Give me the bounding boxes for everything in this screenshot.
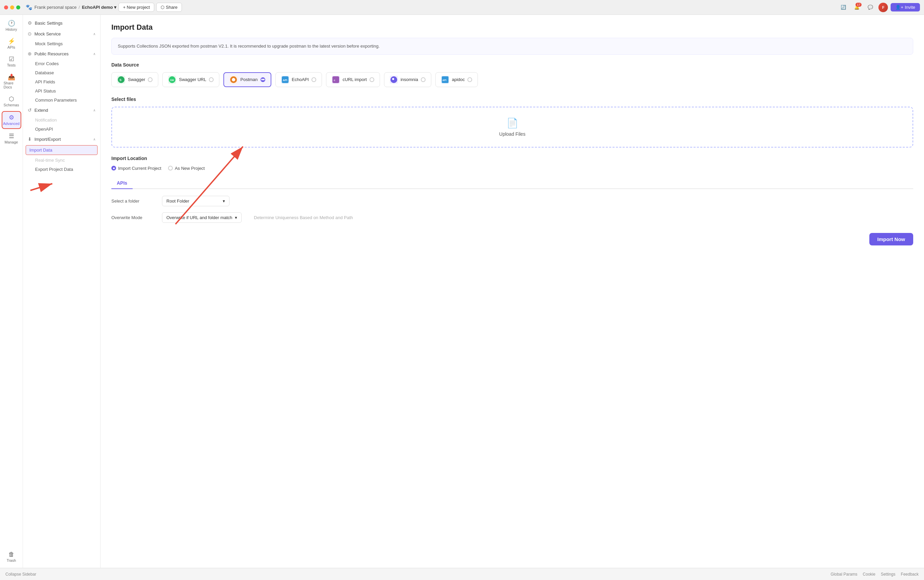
svg-text:API: API [283,79,287,82]
bottom-bar: Collapse Sidebar Global Params Cookie Se… [0,568,924,580]
overwrite-select[interactable]: Overwrite if URL and folder match ▾ [162,213,242,223]
svg-point-11 [392,78,394,80]
upload-label: Upload Files [499,131,525,137]
mock-service-chevron: ∧ [93,32,95,36]
apidoc-radio[interactable] [467,77,472,82]
sidebar-notification: Notification [23,115,100,125]
share-docs-icon: 📤 [8,74,15,80]
import-current-project-radio[interactable] [111,166,116,170]
cookie-label[interactable]: Cookie [863,572,875,577]
sidebar-mock-service[interactable]: ⊙ Mock Service ∧ [23,28,100,39]
share-button[interactable]: ⬡ Share [156,3,182,12]
global-params-label[interactable]: Global Params [830,572,857,577]
as-new-project-radio[interactable] [168,166,173,170]
sidebar-openapi[interactable]: OpenAPI [23,125,100,134]
notifications-button[interactable]: 🔔 17 [852,2,862,13]
settings-label[interactable]: Settings [881,572,895,577]
overwrite-mode-row: Overwrite Mode Overwrite if URL and fold… [111,213,913,223]
import-location: Import Location Import Current Project A… [111,156,913,171]
upload-icon: 📄 [506,117,518,129]
sidebar-item-schemas[interactable]: ⬡ Schemas [2,93,21,110]
ds-curl[interactable]: c cURL import [326,72,380,87]
sidebar-import-export[interactable]: ⬇ Import/Export ∧ [23,134,100,145]
trash-icon: 🗑 [8,551,15,557]
sidebar-item-history[interactable]: 🕐 History [2,18,21,34]
sidebar-public-resources[interactable]: ⊕ Public Resources ∧ [23,48,100,59]
invite-button[interactable]: 👤+ Invite [891,3,920,12]
import-now-button[interactable]: Import Now [869,233,914,246]
svg-text:S: S [120,78,122,82]
maximize-button[interactable] [16,5,20,10]
echoapi-radio[interactable] [311,77,316,82]
folder-select[interactable]: Root Folder ▾ [162,196,230,206]
as-new-project-option[interactable]: As New Project [168,166,205,171]
folder-select-chevron: ▾ [223,198,225,204]
sidebar-common-parameters[interactable]: Common Parameters [23,96,100,105]
tests-icon: ☑ [9,56,14,62]
new-project-button[interactable]: + New project [118,3,154,12]
svg-text:SW: SW [170,79,174,81]
sidebar-item-trash[interactable]: 🗑 Trash [2,549,21,565]
sidebar-item-share-docs[interactable]: 📤 Share Docs [2,71,21,92]
messages-button[interactable]: 💬 [865,2,876,13]
select-folder-row: Select a folder Root Folder ▾ [111,196,913,206]
import-location-label: Import Location [111,156,913,161]
insomnia-icon [390,76,398,84]
sidebar-import-data[interactable]: Import Data [26,145,97,155]
manage-icon: ☰ [9,133,14,139]
curl-radio[interactable] [370,77,374,82]
collapse-sidebar-label[interactable]: Collapse Sidebar [5,572,36,577]
sidebar: ⚙ Basic Settings ⊙ Mock Service ∧ Mock S… [23,15,100,568]
space-label: Frank personal space [35,5,77,10]
data-source-label: Data Source [111,62,913,68]
import-current-project-option[interactable]: Import Current Project [111,166,161,171]
sidebar-export-project-data[interactable]: Export Project Data [23,165,100,174]
swagger-url-icon: SW [168,76,176,84]
notification-badge: 17 [855,3,862,7]
sidebar-extend[interactable]: ↺ Extend ∧ [23,105,100,115]
overwrite-select-chevron: ▾ [235,215,237,220]
sidebar-item-tests[interactable]: ☑ Tests [2,53,21,70]
sidebar-item-manage[interactable]: ☰ Manage [2,130,21,147]
sidebar-api-fields[interactable]: API Fields [23,77,100,86]
svg-text:c: c [334,79,335,82]
public-resources-chevron: ∧ [93,52,95,56]
ds-swagger[interactable]: S Swagger [111,72,158,87]
public-resources-icon: ⊕ [28,51,32,56]
ds-insomnia[interactable]: insomnia [384,72,431,87]
overwrite-mode-label: Overwrite Mode [111,215,155,220]
ds-postman[interactable]: Postman [224,72,271,87]
sidebar-database[interactable]: Database [23,68,100,77]
close-button[interactable] [4,5,8,10]
ds-swagger-url[interactable]: SW Swagger URL [162,72,219,87]
sidebar-mock-settings[interactable]: Mock Settings [23,39,100,48]
svg-text:API: API [442,79,447,81]
file-upload-area[interactable]: 📄 Upload Files [111,107,913,148]
tab-apis[interactable]: APIs [111,178,133,189]
ds-apidoc[interactable]: API apidoc [435,72,478,87]
app-body: 🕐 History ⚡ APIs ☑ Tests 📤 Share Docs ⬡ … [0,15,924,568]
sidebar-error-codes[interactable]: Error Codes [23,59,100,68]
sidebar-basic-settings[interactable]: ⚙ Basic Settings [23,18,100,28]
user-avatar[interactable]: F [878,3,888,12]
mock-icon: ⊙ [28,31,32,36]
sidebar-item-apis[interactable]: ⚡ APIs [2,35,21,52]
swagger-url-radio[interactable] [209,77,214,82]
postman-radio[interactable] [261,77,265,82]
traffic-lights [4,5,20,10]
titlebar: 🐾 Frank personal space / EchoAPI demo ▾ … [0,0,924,15]
ds-echoapi[interactable]: API EchoAPI [275,72,322,87]
import-export-chevron: ∧ [93,137,95,141]
project-name[interactable]: EchoAPI demo ▾ [82,5,117,10]
feedback-label[interactable]: Feedback [901,572,919,577]
insomnia-radio[interactable] [421,77,426,82]
data-source-grid: S Swagger SW Swagger URL Postman [111,72,913,87]
sidebar-item-advanced[interactable]: ⚙ Advanced [2,111,21,129]
breadcrumb-separator: / [79,5,80,10]
minimize-button[interactable] [10,5,14,10]
swagger-radio[interactable] [148,77,153,82]
sidebar-api-status[interactable]: API Status [23,86,100,96]
advanced-icon: ⚙ [9,114,14,120]
postman-icon [230,76,238,84]
refresh-button[interactable]: 🔄 [838,2,849,13]
